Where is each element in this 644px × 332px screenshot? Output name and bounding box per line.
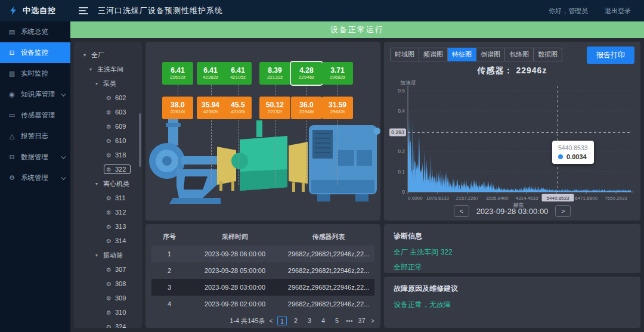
tree-leaf-324[interactable]: ⚙324	[79, 319, 140, 328]
tree-leaf-307[interactable]: ⚙307	[79, 262, 140, 277]
tree-group-centrifuges[interactable]: ▾离心机类	[79, 176, 140, 191]
prev-page-button[interactable]: <	[270, 317, 273, 324]
tab-envelope[interactable]: 包络图	[505, 48, 534, 61]
chart-tooltip: 5440.8533 0.0034	[552, 141, 594, 164]
tree-leaf-312[interactable]: ⚙312	[79, 205, 140, 219]
sidebar: ▤系统总览 ⊡设备监控 ▥实时监控 ◉知识库管理 ▭传感器管理 △报警日志 ⊟数…	[0, 21, 70, 332]
device-tree-panel: ▾全厂 ▾主洗车间 ▾泵类 ⚙602 ⚙603 ⚙609 ⚙610 ⚙318 ⚙…	[74, 42, 142, 328]
tree-leaf-318[interactable]: ⚙318	[79, 148, 140, 162]
table-row[interactable]: 12023-09-28 06:00:0029682z,29682t,22946z…	[151, 246, 374, 262]
svg-text:6471.6800: 6471.6800	[575, 196, 597, 201]
table-row[interactable]: 22023-09-28 05:00:0029682z,29682t,22946z…	[151, 262, 374, 279]
page-4[interactable]: 4	[318, 316, 328, 325]
sidebar-item-knowledge[interactable]: ◉知识库管理	[0, 84, 70, 105]
svg-text:5440.8533: 5440.8533	[547, 196, 569, 201]
current-datetime: 2023-09-28 03:00:00	[476, 207, 549, 216]
print-report-button[interactable]: 报告打印	[587, 46, 634, 64]
diagnosis-status-link[interactable]: 全部正常	[394, 262, 631, 272]
tree-group-pumps[interactable]: ▾泵类	[79, 76, 140, 91]
tab-spectrum[interactable]: 频谱图	[419, 48, 448, 61]
next-date-button[interactable]: >	[555, 205, 571, 217]
tree-leaf-311[interactable]: ⚙311	[79, 191, 140, 205]
tree-leaf-310[interactable]: ⚙310	[79, 305, 140, 319]
sidebar-item-sensors[interactable]: ▭传感器管理	[0, 105, 70, 126]
fault-status-text: 设备正常，无故障	[394, 300, 631, 310]
col-header-time: 采样时间	[187, 228, 283, 246]
svg-text:0.5: 0.5	[398, 88, 405, 94]
tree-node-workshop[interactable]: ▾主洗车间	[79, 62, 140, 76]
sensor-box-42382t-42105t[interactable]: 35.9442382t 45.542105t	[197, 97, 252, 119]
gear-icon: ⚙	[106, 238, 112, 244]
tree-leaf-309[interactable]: ⚙309	[79, 291, 140, 305]
tab-data[interactable]: 数据图	[534, 48, 562, 61]
gear-icon: ⚙	[106, 324, 112, 328]
settings-icon: ⚙	[8, 174, 16, 182]
gear-icon: ⚙	[106, 109, 112, 116]
gear-icon: ⚙	[106, 95, 112, 101]
alarm-icon: △	[8, 132, 16, 140]
sensor-box-22132z[interactable]: 8.3922132z	[259, 62, 290, 85]
app-root: 中选自控 三河口洗煤厂设备预测性维护系统 你好，管理员 退出登录 ▤系统总览 ⊡…	[0, 0, 644, 332]
date-navigation: < 2023-09-28 03:00:00 >	[384, 205, 640, 217]
diagnosis-location-link[interactable]: 全厂 主洗车间 322	[394, 247, 631, 257]
gear-icon: ⚙	[106, 295, 112, 302]
tree-leaf-609[interactable]: ⚙609	[79, 119, 140, 134]
diagnosis-panel: 诊断信息 全厂 主洗车间 322 全部正常	[384, 224, 640, 273]
tree-leaf-314[interactable]: ⚙314	[79, 234, 140, 248]
gear-icon: ⚙	[106, 166, 112, 173]
tree-leaf-602[interactable]: ⚙602	[79, 91, 140, 105]
caret-down-icon: ▾	[95, 181, 100, 187]
sensor-box-22946z-selected[interactable]: 4.2822946z	[291, 62, 322, 85]
sidebar-item-alarm-log[interactable]: △报警日志	[0, 126, 70, 147]
tree-leaf-603[interactable]: ⚙603	[79, 105, 140, 119]
top-bar: 中选自控 三河口洗煤厂设备预测性维护系统 你好，管理员 退出登录	[0, 0, 644, 21]
overview-icon: ▤	[8, 28, 16, 36]
sidebar-item-overview[interactable]: ▤系统总览	[0, 21, 70, 42]
sample-table-panel: 序号 采样时间 传感器列表 12023-09-28 06:00:0029682z…	[145, 224, 380, 328]
page-last[interactable]: 37	[357, 316, 367, 325]
page-1[interactable]: 1	[277, 316, 287, 325]
prev-date-button[interactable]: <	[454, 205, 469, 217]
tree-scrollbar[interactable]	[139, 113, 141, 167]
sensor-box-29682t[interactable]: 31.5929682t	[322, 97, 353, 119]
spectrum-chart[interactable]: 加速度00.10.20.30.40.50.00001078.61332157.2…	[389, 79, 636, 207]
sidebar-item-system-mgmt[interactable]: ⚙系统管理	[0, 167, 70, 188]
page-5[interactable]: 5	[332, 316, 342, 325]
next-page-button[interactable]: >	[371, 317, 374, 324]
gear-icon: ⚙	[106, 309, 112, 316]
tab-cepstrum[interactable]: 倒谱图	[476, 48, 505, 61]
tree-leaf-322-selected[interactable]: ⚙322	[79, 162, 140, 176]
table-row[interactable]: 42023-09-28 02:00:0029682z,29682t,22946z…	[151, 296, 374, 312]
tab-feature[interactable]: 特征图	[448, 48, 476, 61]
diagnosis-title: 诊断信息	[394, 231, 631, 241]
menu-collapse-icon[interactable]	[79, 7, 88, 14]
table-row-selected[interactable]: 32023-09-28 03:00:0029682z,29682t,22946z…	[151, 279, 374, 296]
caret-down-icon: ▾	[95, 81, 100, 86]
sensor-box-42382z-42105z[interactable]: 6.4142382z 6.4142105z	[197, 62, 252, 85]
tab-time-domain[interactable]: 时域图	[390, 48, 419, 61]
sensor-box-22610z[interactable]: 6.4122610z	[162, 62, 193, 85]
gear-icon: ⚙	[106, 224, 112, 230]
equipment-illustration	[145, 114, 380, 210]
sensor-box-22610t[interactable]: 38.022610t	[162, 97, 193, 119]
sidebar-item-data-mgmt[interactable]: ⊟数据管理	[0, 147, 70, 167]
tree-leaf-308[interactable]: ⚙308	[79, 277, 140, 291]
tree-group-screens[interactable]: ▾振动筛	[79, 248, 140, 262]
pagination: 1-4 共145条 < 1 2 3 4 5 ••• 37 >	[151, 316, 374, 325]
series-dot-icon	[558, 154, 563, 159]
sidebar-item-device-monitor[interactable]: ⊡设备监控	[0, 42, 70, 63]
tree-leaf-313[interactable]: ⚙313	[79, 219, 140, 234]
sample-table: 序号 采样时间 传感器列表 12023-09-28 06:00:0029682z…	[151, 228, 374, 312]
svg-text:3235.8400: 3235.8400	[486, 196, 509, 201]
sidebar-item-realtime[interactable]: ▥实时监控	[0, 63, 70, 84]
logout-link[interactable]: 退出登录	[605, 7, 631, 15]
tree-node-root[interactable]: ▾全厂	[79, 48, 140, 62]
page-2[interactable]: 2	[291, 316, 301, 325]
gear-icon: ⚙	[106, 266, 112, 273]
sensor-box-22946t[interactable]: 36.022946t	[291, 97, 322, 119]
status-banner: 设备正常运行	[70, 21, 644, 38]
tree-leaf-610[interactable]: ⚙610	[79, 134, 140, 148]
sensor-box-22132t[interactable]: 50.1222132t	[259, 97, 290, 119]
sensor-box-29682z[interactable]: 3.7129682z	[322, 62, 353, 85]
page-3[interactable]: 3	[305, 316, 314, 325]
